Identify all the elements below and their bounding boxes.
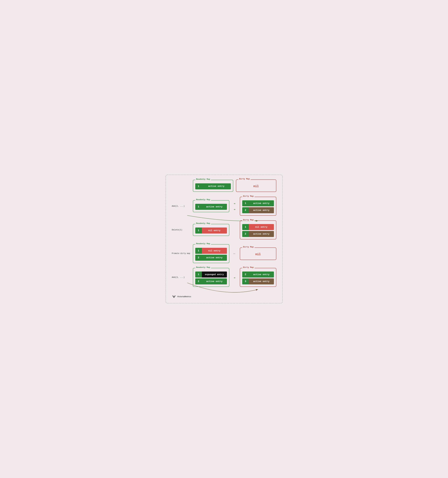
row-4-readonly-title: Readonly Map — [195, 243, 211, 245]
row-2-entry-0-value: active entry — [202, 204, 227, 210]
row-3-readonly-title: Readonly Map — [195, 222, 211, 225]
row-1: Readonly Map 1 active entry Dirty Map ni… — [172, 179, 276, 192]
row-2-entry-0-key: 1 — [195, 204, 202, 210]
row-5-dirty-entry-1-value: active entry — [249, 278, 274, 284]
row-5-label: Add(3, ...) — [172, 276, 191, 279]
row-5-dirty-entry-0-key: 2 — [242, 271, 249, 277]
row-4-entry-0-key: 1 — [195, 248, 202, 254]
row-4-entry-0-value: nil entry — [202, 248, 227, 254]
row-3: Delete(1) Readonly Map 1 nil entry Dirty… — [172, 220, 276, 239]
row-3-readonly-map: Readonly Map 1 nil entry — [193, 224, 229, 236]
row-2-label: Add(2, ...) — [172, 205, 191, 208]
row-2: Add(2, ...) Readonly Map 1 active entry … — [172, 197, 276, 216]
row-5-dirty-map: Dirty Map 2 active entry 3 active entry — [240, 268, 276, 287]
row-2-readonly-title: Readonly Map — [195, 199, 211, 201]
row-5-readonly-map: Readonly Map 1 expunged entry 2 active e… — [193, 268, 229, 287]
row-4: Promote dirty map Readonly Map 1 nil ent… — [172, 244, 276, 263]
row-5-dirty-entry-0-value: active entry — [249, 271, 274, 277]
row-3-dirty-entry-0-value: nil entry — [249, 224, 274, 230]
row-1-dirty-title: Dirty Map — [238, 178, 251, 180]
row-5-entry-0-key: 1 — [195, 271, 202, 277]
row-4-entry-1-value: active entry — [202, 255, 227, 261]
row-4-nil: nil — [242, 251, 274, 258]
row-1-nil: nil — [238, 183, 274, 189]
row-3-dirty-entry-0: 1 nil entry — [242, 224, 274, 230]
row-4-readonly-map: Readonly Map 1 nil entry 2 active entry — [193, 244, 229, 263]
row-5-readonly-title: Readonly Map — [195, 266, 211, 269]
row-1-readonly-map: Readonly Map 1 active entry — [193, 180, 233, 192]
row-2-dirty-entry-1-value: active entry — [249, 207, 274, 213]
row-3-dirty-entry-0-key: 1 — [242, 224, 249, 230]
row-5-entry-1-key: 2 — [195, 278, 202, 284]
row-5-dirty-entry-1: 3 active entry — [242, 278, 274, 284]
logo-text: VictoriaMetrics — [177, 296, 191, 298]
row-3-entry-0-key: 1 — [195, 227, 202, 233]
row-3-dirty-title: Dirty Map — [242, 219, 255, 221]
row-2-dirty-entry-1: 2 active entry — [242, 207, 274, 213]
main-container: Readonly Map 1 active entry Dirty Map ni… — [166, 175, 283, 303]
row-1-readonly-title: Readonly Map — [195, 178, 211, 180]
row-5: Add(3, ...) Readonly Map 1 expunged entr… — [172, 268, 276, 287]
row-4-entry-1: 2 active entry — [195, 255, 227, 261]
row-1-entry-0-value: active entry — [202, 183, 231, 189]
row-4-maps: Readonly Map 1 nil entry 2 active entry … — [193, 244, 276, 263]
row-4-entry-1-key: 2 — [195, 255, 202, 261]
row-2-entry-0: 1 active entry — [195, 204, 227, 210]
row-3-dirty-entry-1-value: active entry — [249, 231, 274, 237]
victoria-metrics-logo — [172, 294, 176, 299]
row-4-label: Promote dirty map — [172, 252, 191, 255]
row-1-entry-0-key: 1 — [195, 183, 202, 189]
row-5-entry-1-value: active entry — [202, 278, 227, 284]
row-3-entry-0-value: nil entry — [202, 227, 227, 233]
row-3-maps: Readonly Map 1 nil entry Dirty Map 1 nil… — [193, 220, 276, 239]
row-2-dirty-entry-0-value: active entry — [249, 200, 274, 206]
row-1-entry-0: 1 active entry — [195, 183, 231, 189]
row-2-dirty-entry-1-key: 2 — [242, 207, 249, 213]
row-4-dirty-map: Dirty Map nil — [240, 247, 276, 260]
row-3-dirty-map: Dirty Map 1 nil entry 2 active entry — [240, 220, 276, 239]
row-3-label: Delete(1) — [172, 229, 191, 231]
row-1-maps: Readonly Map 1 active entry Dirty Map ni… — [193, 179, 276, 192]
row-2-dirty-entry-0-key: 1 — [242, 200, 249, 206]
row-2-maps: Readonly Map 1 active entry ➔ ➔ Dirty Ma… — [193, 197, 276, 216]
row-5-maps: Readonly Map 1 expunged entry 2 active e… — [193, 268, 276, 287]
row-5-dirty-entry-0: 2 active entry — [242, 271, 274, 277]
row-4-entry-0: 1 nil entry — [195, 248, 227, 254]
row-2-dirty-entry-0: 1 active entry — [242, 200, 274, 206]
row-2-readonly-map: Readonly Map 1 active entry — [193, 200, 229, 212]
row-3-entry-0: 1 nil entry — [195, 227, 227, 233]
row-5-dirty-title: Dirty Map — [242, 266, 255, 269]
row-2-dirty-map: Dirty Map 1 active entry 2 active entry — [240, 197, 276, 216]
row-1-dirty-map: Dirty Map nil — [236, 179, 276, 192]
row-3-dirty-entry-1: 2 active entry — [242, 231, 274, 237]
row-4-dirty-title: Dirty Map — [242, 246, 255, 248]
row-2-dirty-title: Dirty Map — [242, 195, 255, 197]
row-5-entry-1: 2 active entry — [195, 278, 227, 284]
row-3-dirty-entry-1-key: 2 — [242, 231, 249, 237]
logo-area: VictoriaMetrics — [172, 294, 276, 299]
row-5-entry-0-value: expunged entry — [202, 271, 227, 277]
row-5-dirty-entry-1-key: 3 — [242, 278, 249, 284]
row-5-entry-0: 1 expunged entry — [195, 271, 227, 277]
